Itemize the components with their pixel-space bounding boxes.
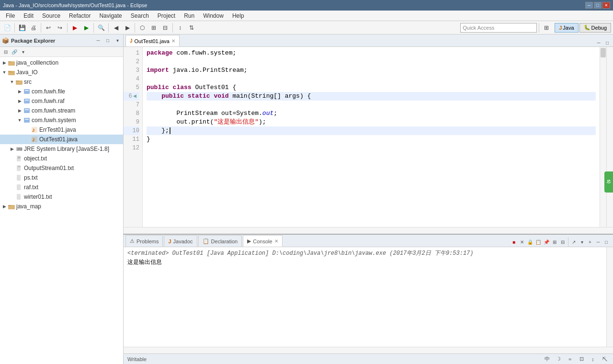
tb-btn-2[interactable]: ⊞ <box>148 23 159 33</box>
code-editor[interactable]: 1 2 3 4 5 6◀ 7 8 9 10 11 12 packag <box>124 47 600 227</box>
tb-btn-3[interactable]: ⊟ <box>160 23 170 33</box>
console-close-button[interactable]: ✕ <box>274 239 278 244</box>
debug-perspective-label: Debug <box>591 25 607 31</box>
console-clear-button[interactable]: ✕ <box>518 238 526 246</box>
sidebar-menu-button[interactable]: ▾ <box>114 37 121 45</box>
sidebar-minimize-button[interactable]: ─ <box>94 37 102 45</box>
tab-declaration[interactable]: 📋 Declaration <box>198 235 242 247</box>
new-button[interactable]: 📄 <box>2 23 12 33</box>
status-btn-2[interactable]: ☽ <box>554 355 563 364</box>
menu-search[interactable]: Search <box>127 11 153 21</box>
menu-edit[interactable]: Edit <box>20 11 37 21</box>
menu-navigate[interactable]: Navigate <box>95 11 125 21</box>
link-editor-button[interactable]: 🔗 <box>11 48 18 56</box>
tree-item-ps[interactable]: ps.txt <box>0 173 123 182</box>
toggle-com-fuwh-stream[interactable]: ▶ <box>16 107 23 114</box>
toggle-jre[interactable]: ▶ <box>9 146 15 152</box>
menu-file[interactable]: File <box>2 11 19 21</box>
tree-item-java-io[interactable]: ▼ Java_IO <box>0 68 123 77</box>
tree-item-com-fuwh-system[interactable]: ▼ com.fuwh.system <box>0 115 123 125</box>
editor-minimize-button[interactable]: ─ <box>595 39 602 46</box>
status-btn-4[interactable]: ⊡ <box>577 355 586 364</box>
java-perspective-button[interactable]: J Java <box>555 23 578 33</box>
debug-perspective-button[interactable]: 🐛 Debug <box>579 23 611 33</box>
search-button[interactable]: 🔍 <box>96 23 106 33</box>
run-button[interactable]: ▶ <box>81 23 91 33</box>
sidebar-maximize-button[interactable]: □ <box>104 37 112 45</box>
tab-problems[interactable]: ⚠ Problems <box>125 235 163 247</box>
scroll-thumb[interactable] <box>601 48 606 57</box>
tree-item-src[interactable]: ▼ src <box>0 77 123 87</box>
console-copy-button[interactable]: 📋 <box>534 238 542 246</box>
status-btn-5[interactable]: ↕ <box>588 355 598 364</box>
tree-item-java-map[interactable]: ▶ java_map <box>0 202 123 211</box>
console-ref1[interactable]: ⊞ <box>551 238 558 246</box>
sidebar-view-menu[interactable]: ▾ <box>19 48 27 56</box>
console-scroll-lock[interactable]: 🔒 <box>526 238 534 246</box>
toggle-com-fuwh-file[interactable]: ▶ <box>16 88 23 95</box>
menu-refactor[interactable]: Refactor <box>65 11 94 21</box>
editor-scrollbar[interactable] <box>600 47 606 227</box>
toggle-src[interactable]: ▼ <box>9 79 15 85</box>
open-perspective-button[interactable]: ⊞ <box>541 23 552 33</box>
save-button[interactable]: 💾 <box>17 23 27 33</box>
editor-tab-outtest01[interactable]: J OutTest01.java ✕ <box>125 35 180 46</box>
tree-item-com-fuwh-file[interactable]: ▶ com.fuwh.file <box>0 87 123 96</box>
undo-button[interactable]: ↩ <box>43 23 54 33</box>
tree-item-com-fuwh-raf[interactable]: ▶ com.fuwh.raf <box>0 96 123 106</box>
console-open-button[interactable]: ↗ <box>570 238 578 246</box>
console-pin-button[interactable]: 📌 <box>543 238 550 246</box>
toggle-com-fuwh-raf[interactable]: ▶ <box>16 98 23 104</box>
quick-access-box[interactable]: Quick Access <box>460 23 537 33</box>
toolbar-separator-7 <box>172 23 173 33</box>
console-stop-button[interactable]: ■ <box>510 238 518 246</box>
console-new-btn[interactable]: + <box>586 238 594 246</box>
tree-item-object[interactable]: object.txt <box>0 154 123 163</box>
editor-horiz-scrollbar[interactable] <box>124 227 613 234</box>
status-btn-3[interactable]: ≈ <box>565 355 575 364</box>
console-minimize[interactable]: ─ <box>594 238 602 246</box>
tree-item-outtest01[interactable]: J OutTest01.java <box>0 135 123 144</box>
menu-source[interactable]: Source <box>38 11 64 21</box>
print-button[interactable]: 🖨 <box>28 23 39 33</box>
tree-item-jre[interactable]: ▶ JRE JRE System Library [JavaSE-1.8] <box>0 144 123 154</box>
console-maximize[interactable]: □ <box>602 238 610 246</box>
forward-button[interactable]: ▶ <box>122 23 133 33</box>
status-btn-6[interactable]: ⛏ <box>600 355 609 364</box>
code-content[interactable]: package com.fuwh.system; import java.io.… <box>143 47 600 227</box>
tb-btn-4[interactable]: ↕ <box>175 23 185 33</box>
tree-item-outputstream[interactable]: OutputStream01.txt <box>0 163 123 173</box>
bottom-horiz-scrollbar[interactable] <box>124 347 613 353</box>
menu-window[interactable]: Window <box>199 11 227 21</box>
collapse-all-button[interactable]: ⊟ <box>2 48 10 56</box>
bottom-vert-scrollbar[interactable] <box>606 247 613 347</box>
close-button[interactable]: ✕ <box>602 2 610 9</box>
tree-item-raf[interactable]: raf.txt <box>0 182 123 192</box>
tree-item-errtest01[interactable]: J ErrTest01.java <box>0 125 123 135</box>
tab-console[interactable]: ▶ Console ✕ <box>243 235 282 247</box>
menu-project[interactable]: Project <box>154 11 179 21</box>
maximize-button[interactable]: □ <box>594 2 602 9</box>
status-btn-1[interactable]: 中 <box>542 355 552 364</box>
tree-item-wirter[interactable]: wirter01.txt <box>0 192 123 202</box>
console-display-btn[interactable]: ▾ <box>578 238 586 246</box>
tab-close-button[interactable]: ✕ <box>171 38 175 44</box>
toggle-java-collection[interactable]: ▶ <box>1 59 8 66</box>
back-button[interactable]: ◀ <box>111 23 121 33</box>
tab-javadoc[interactable]: J Javadoc <box>164 235 197 247</box>
console-ref2[interactable]: ⊟ <box>559 238 567 246</box>
package-icon-com-fuwh-stream <box>23 107 31 114</box>
debug-button[interactable]: ▶ <box>69 23 80 33</box>
minimize-button[interactable]: ─ <box>585 2 593 9</box>
tree-item-com-fuwh-stream[interactable]: ▶ com.fuwh.stream <box>0 106 123 115</box>
tb-btn-1[interactable]: ⬡ <box>137 23 148 33</box>
tree-item-java-collection[interactable]: ▶ java_colllenction <box>0 58 123 68</box>
menu-help[interactable]: Help <box>228 11 248 21</box>
toggle-com-fuwh-system[interactable]: ▼ <box>16 117 23 124</box>
editor-maximize-button[interactable]: □ <box>603 39 611 46</box>
toggle-java-map[interactable]: ▶ <box>1 203 8 210</box>
toggle-java-io[interactable]: ▼ <box>1 69 8 76</box>
menu-run[interactable]: Run <box>180 11 198 21</box>
redo-button[interactable]: ↪ <box>55 23 65 33</box>
tb-btn-5[interactable]: ⇅ <box>186 23 197 33</box>
